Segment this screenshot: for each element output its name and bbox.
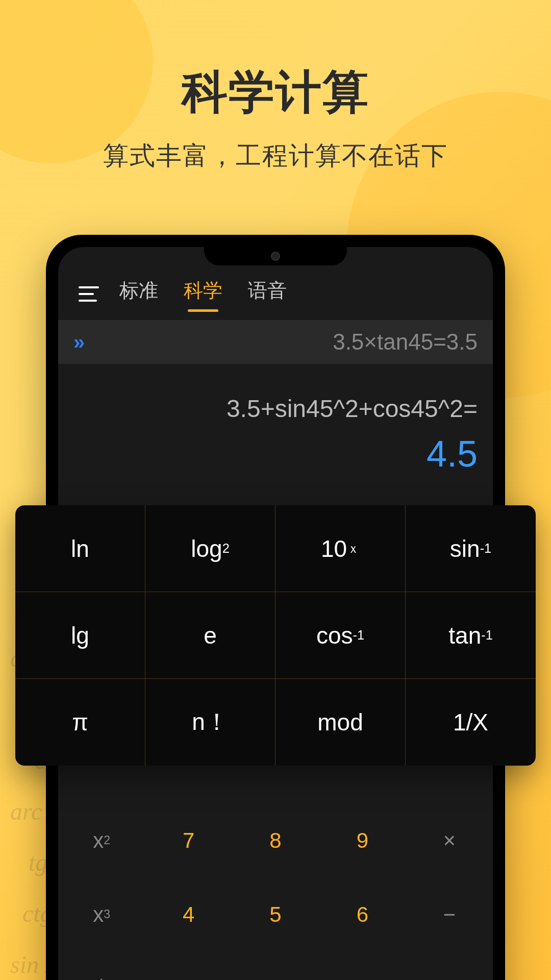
history-text: 3.5×tan45=3.5 xyxy=(95,329,478,355)
phone-notch xyxy=(204,247,347,265)
sci-key-6[interactable]: cos-1 xyxy=(276,592,406,679)
page-title: 科学计算 xyxy=(0,0,551,124)
key-6[interactable]: 4 xyxy=(145,877,232,951)
key-13[interactable]: 3 xyxy=(319,951,406,980)
key-2[interactable]: 8 xyxy=(232,803,319,877)
tab-bar: 标准 科学 语音 xyxy=(119,278,287,310)
key-1[interactable]: 7 xyxy=(145,803,232,877)
key-14[interactable]: + xyxy=(406,951,493,980)
expression-text: 3.5+sin45^2+cos45^2= xyxy=(73,395,478,423)
key-12[interactable]: 2 xyxy=(232,951,319,980)
menu-icon[interactable] xyxy=(79,286,99,302)
result-text: 4.5 xyxy=(73,433,478,475)
numpad: x2789×x3456−√x123+ xyxy=(58,803,493,980)
sci-key-5[interactable]: e xyxy=(145,592,276,679)
sci-key-2[interactable]: 10ｘ xyxy=(276,505,406,592)
sci-key-8[interactable]: π xyxy=(15,679,145,766)
sci-key-9[interactable]: n！ xyxy=(145,679,276,766)
scientific-function-panel: lnlog210ｘsin-1lgecos-1tan-1πn！mod1/X xyxy=(15,505,536,766)
key-0[interactable]: x2 xyxy=(58,803,145,877)
tab-standard[interactable]: 标准 xyxy=(119,278,158,310)
sci-key-4[interactable]: lg xyxy=(15,592,145,679)
key-8[interactable]: 6 xyxy=(319,877,406,951)
key-7[interactable]: 5 xyxy=(232,877,319,951)
key-10[interactable]: √x xyxy=(58,951,145,980)
history-row[interactable]: » 3.5×tan45=3.5 xyxy=(58,320,493,364)
sci-key-1[interactable]: log2 xyxy=(145,505,276,592)
display-area: 3.5+sin45^2+cos45^2= 4.5 xyxy=(58,364,493,485)
sci-key-3[interactable]: sin-1 xyxy=(406,505,536,592)
sci-key-11[interactable]: 1/X xyxy=(406,679,536,766)
tab-scientific[interactable]: 科学 xyxy=(184,278,222,310)
page-subtitle: 算式丰富，工程计算不在话下 xyxy=(0,139,551,173)
sci-key-7[interactable]: tan-1 xyxy=(406,592,536,679)
sci-key-0[interactable]: ln xyxy=(15,505,145,592)
expand-history-icon[interactable]: » xyxy=(73,331,85,354)
key-11[interactable]: 1 xyxy=(145,951,232,980)
key-4[interactable]: × xyxy=(406,803,493,877)
tab-voice[interactable]: 语音 xyxy=(248,278,287,310)
sci-key-10[interactable]: mod xyxy=(276,679,406,766)
key-5[interactable]: x3 xyxy=(58,877,145,951)
key-9[interactable]: − xyxy=(406,877,493,951)
key-3[interactable]: 9 xyxy=(319,803,406,877)
